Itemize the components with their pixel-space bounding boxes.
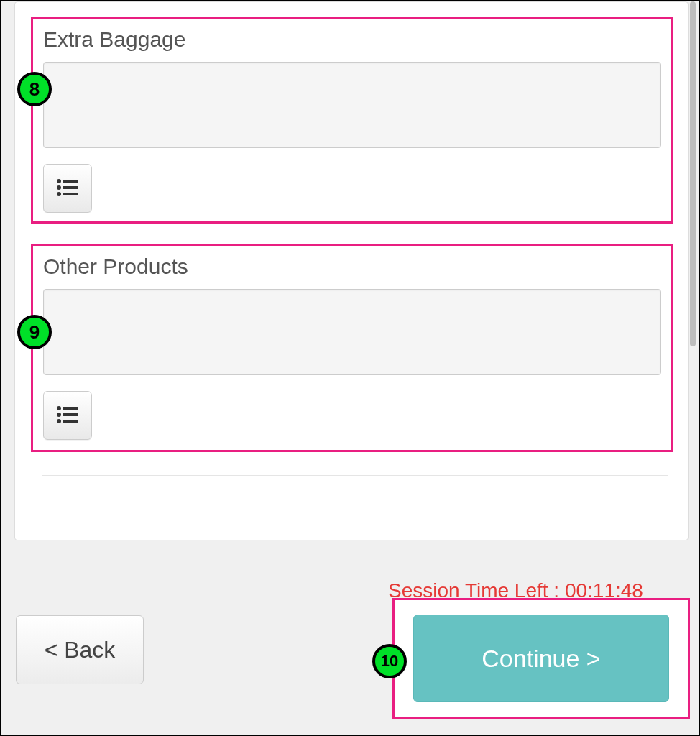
svg-point-10 — [57, 419, 61, 423]
svg-point-0 — [57, 179, 61, 183]
annotation-marker-8: 8 — [17, 72, 52, 106]
section-extra-baggage: Extra Baggage — [31, 17, 673, 224]
section-title: Extra Baggage — [43, 27, 661, 52]
extra-baggage-input[interactable] — [43, 62, 661, 148]
annotation-marker-10: 10 — [372, 644, 407, 678]
svg-point-4 — [57, 192, 61, 196]
divider — [42, 475, 668, 476]
section-other-products: Other Products — [31, 244, 673, 452]
svg-point-8 — [57, 413, 61, 417]
list-icon — [57, 178, 78, 199]
svg-rect-3 — [63, 186, 78, 189]
extra-baggage-list-button[interactable] — [43, 164, 92, 213]
section-title: Other Products — [43, 254, 661, 279]
other-products-list-button[interactable] — [43, 391, 92, 440]
continue-highlight-box: Continue > — [392, 598, 690, 719]
svg-point-6 — [57, 406, 61, 410]
svg-point-2 — [57, 185, 61, 190]
svg-rect-11 — [63, 420, 78, 423]
other-products-input[interactable] — [43, 289, 661, 375]
svg-rect-1 — [63, 180, 78, 183]
back-button[interactable]: < Back — [16, 615, 144, 684]
continue-button[interactable]: Continue > — [413, 615, 669, 702]
scrollbar-thumb[interactable] — [690, 1, 696, 346]
svg-rect-5 — [63, 193, 78, 196]
annotation-marker-9: 9 — [17, 315, 52, 349]
svg-rect-7 — [63, 407, 78, 410]
form-panel: Extra Baggage Other Products — [14, 1, 689, 540]
list-icon — [57, 405, 78, 426]
svg-rect-9 — [63, 413, 78, 416]
